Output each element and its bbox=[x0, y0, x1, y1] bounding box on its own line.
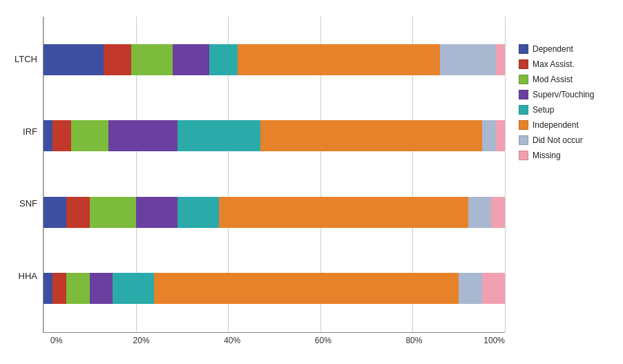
y-label: LTCH bbox=[15, 39, 37, 80]
legend-color-box bbox=[519, 75, 528, 84]
legend-label: Setup bbox=[533, 105, 554, 115]
bar-segment-missing bbox=[482, 273, 505, 304]
bar-row bbox=[44, 273, 505, 304]
bar-segment-maxassist bbox=[52, 120, 71, 151]
bar-segment-independent bbox=[260, 120, 482, 151]
bar-row bbox=[44, 120, 505, 151]
legend-item: Setup bbox=[519, 105, 615, 115]
bar-segment-independent bbox=[219, 197, 468, 228]
y-label: HHA bbox=[15, 255, 37, 296]
bar-segment-missing bbox=[496, 120, 505, 151]
legend-label: Max Assist. bbox=[533, 59, 575, 69]
legend-item: Did Not occur bbox=[519, 135, 615, 145]
legend-label: Missing bbox=[533, 151, 561, 160]
legend-color-box bbox=[519, 90, 528, 99]
chart-wrapper: LTCHIRFSNFHHA 0%20%40%60%80%100% Depende… bbox=[8, 10, 615, 355]
bar-segment-didnotoccur bbox=[459, 273, 481, 304]
bar-segment-independent bbox=[154, 273, 459, 304]
bar-segment-setup bbox=[209, 44, 237, 75]
bar-segment-modassist bbox=[66, 273, 89, 304]
x-label: 80% bbox=[405, 336, 422, 345]
legend: DependentMax Assist.Mod AssistSuperv/Tou… bbox=[505, 17, 615, 166]
x-label: 0% bbox=[50, 336, 62, 345]
legend-item: Dependent bbox=[519, 44, 615, 54]
legend-item: Mod Assist bbox=[519, 75, 615, 84]
x-label: 20% bbox=[133, 336, 150, 345]
bar-segment-didnotoccur bbox=[440, 44, 495, 75]
legend-color-box bbox=[519, 135, 528, 145]
bar-row bbox=[44, 197, 505, 228]
bar-segment-supervtouching bbox=[90, 273, 113, 304]
legend-color-box bbox=[519, 105, 528, 115]
x-axis-labels: 0%20%40%60%80%100% bbox=[50, 333, 505, 348]
legend-label: Independent bbox=[533, 120, 579, 130]
bar-segment-missing bbox=[496, 44, 505, 75]
bar-segment-supervtouching bbox=[108, 120, 178, 151]
bar-segment-maxassist bbox=[52, 273, 66, 304]
bar-segment-dependent bbox=[44, 120, 52, 151]
legend-item: Superv/Touching bbox=[519, 90, 615, 99]
bar-segment-independent bbox=[238, 44, 441, 75]
bar-segment-missing bbox=[491, 197, 505, 228]
bar-segment-dependent bbox=[44, 197, 66, 228]
chart-area: LTCHIRFSNFHHA 0%20%40%60%80%100% bbox=[15, 17, 505, 348]
y-labels: LTCHIRFSNFHHA bbox=[15, 17, 43, 333]
bars-container bbox=[44, 17, 505, 332]
bar-segment-modassist bbox=[90, 197, 136, 228]
legend-color-box bbox=[519, 151, 528, 160]
bar-segment-modassist bbox=[71, 120, 108, 151]
legend-color-box bbox=[519, 59, 528, 69]
y-label: SNF bbox=[15, 183, 37, 224]
bar-segment-dependent bbox=[44, 273, 52, 304]
legend-label: Mod Assist bbox=[533, 75, 573, 84]
bar-segment-setup bbox=[178, 120, 260, 151]
bar-segment-setup bbox=[178, 197, 219, 228]
legend-label: Dependent bbox=[533, 44, 573, 54]
bars-area bbox=[43, 17, 505, 333]
legend-item: Missing bbox=[519, 151, 615, 160]
x-label: 100% bbox=[483, 336, 505, 345]
bar-segment-maxassist bbox=[66, 197, 89, 228]
bar-segment-didnotoccur bbox=[468, 197, 491, 228]
y-label: IRF bbox=[15, 111, 37, 152]
legend-label: Superv/Touching bbox=[533, 90, 594, 99]
bar-segment-setup bbox=[113, 273, 154, 304]
chart-body: LTCHIRFSNFHHA bbox=[15, 17, 505, 333]
bar-segment-supervtouching bbox=[136, 197, 178, 228]
bar-segment-dependent bbox=[44, 44, 104, 75]
bar-row bbox=[44, 44, 505, 75]
x-label: 40% bbox=[224, 336, 240, 345]
legend-item: Max Assist. bbox=[519, 59, 615, 69]
x-label: 60% bbox=[315, 336, 332, 345]
legend-label: Did Not occur bbox=[533, 135, 583, 145]
legend-item: Independent bbox=[519, 120, 615, 130]
bar-segment-didnotoccur bbox=[482, 120, 496, 151]
grid-line bbox=[505, 17, 506, 332]
legend-color-box bbox=[519, 120, 528, 130]
bar-segment-maxassist bbox=[104, 44, 131, 75]
bar-segment-modassist bbox=[131, 44, 173, 75]
bar-segment-supervtouching bbox=[173, 44, 209, 75]
legend-color-box bbox=[519, 44, 528, 54]
